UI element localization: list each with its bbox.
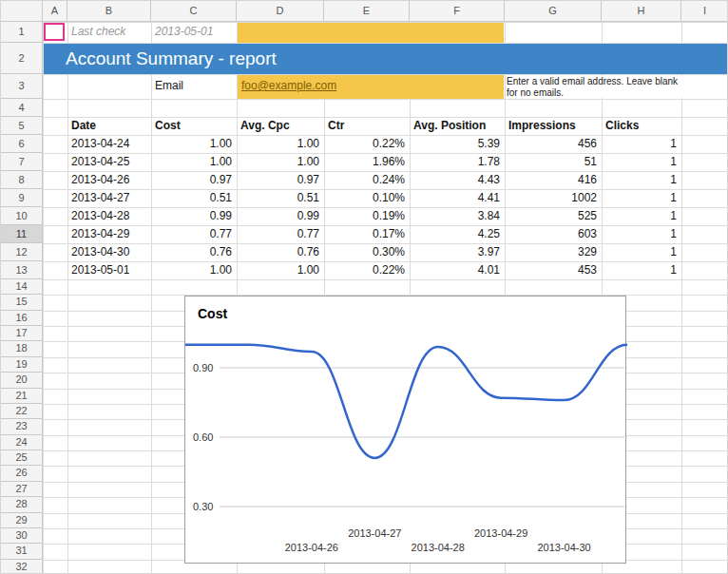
cell[interactable]: 1.78 <box>410 153 505 171</box>
cell[interactable]: 0.51 <box>151 189 237 207</box>
row-header-22[interactable]: 22 <box>1 404 43 419</box>
row-header-3[interactable]: 3 <box>1 74 43 99</box>
highlighted-range-row1[interactable] <box>238 23 504 43</box>
cell[interactable]: 1.96% <box>324 153 410 171</box>
cell[interactable]: 1 <box>602 189 681 207</box>
cell[interactable]: 1.00 <box>237 153 324 171</box>
row-header-25[interactable]: 25 <box>1 450 43 466</box>
row-header-8[interactable]: 8 <box>1 171 43 189</box>
cell[interactable]: 2013-04-24 <box>67 135 151 153</box>
table-header-cell[interactable]: Date <box>67 117 151 135</box>
row-header-23[interactable]: 23 <box>1 419 43 434</box>
row-header-11[interactable]: 11 <box>1 225 43 243</box>
row-header-26[interactable]: 26 <box>1 466 43 481</box>
cell[interactable]: 2013-04-28 <box>67 207 151 225</box>
cell[interactable]: 0.30% <box>324 243 410 261</box>
cell[interactable]: 0.97 <box>151 171 237 189</box>
column-header-B[interactable]: B <box>67 1 151 22</box>
cell[interactable]: 1 <box>602 207 681 225</box>
column-header-C[interactable]: C <box>151 1 237 22</box>
cell[interactable]: 0.77 <box>237 225 324 243</box>
cell[interactable]: 0.24% <box>324 171 410 189</box>
cell[interactable]: 1.00 <box>151 261 237 279</box>
cell[interactable]: 0.19% <box>324 207 410 225</box>
cell[interactable]: 0.77 <box>151 225 237 243</box>
cell[interactable]: 2013-04-29 <box>67 225 151 243</box>
row-header-6[interactable]: 6 <box>1 135 43 153</box>
row-header-13[interactable]: 13 <box>1 261 43 279</box>
row-header-16[interactable]: 16 <box>1 311 43 326</box>
row-header-17[interactable]: 17 <box>1 326 43 341</box>
cell[interactable]: 51 <box>505 153 602 171</box>
cell[interactable]: 329 <box>505 243 602 261</box>
row-header-10[interactable]: 10 <box>1 207 43 225</box>
cell[interactable]: 525 <box>505 207 602 225</box>
row-header-24[interactable]: 24 <box>1 435 43 450</box>
cell[interactable]: 0.76 <box>237 243 324 261</box>
cell[interactable]: 0.97 <box>237 171 324 189</box>
row-header-31[interactable]: 31 <box>1 544 43 559</box>
row-header-4[interactable]: 4 <box>1 99 43 117</box>
column-header-E[interactable]: E <box>324 1 410 22</box>
cell[interactable]: 1.00 <box>237 135 324 153</box>
table-header-cell[interactable]: Ctr <box>324 117 410 135</box>
cell[interactable]: 0.99 <box>237 207 324 225</box>
cell[interactable]: 603 <box>505 225 602 243</box>
cell[interactable]: 0.10% <box>324 189 410 207</box>
select-all-corner[interactable] <box>1 1 43 22</box>
cell[interactable]: 0.17% <box>324 225 410 243</box>
row-header-30[interactable]: 30 <box>1 528 43 544</box>
cell[interactable]: 4.43 <box>410 171 505 189</box>
row-header-18[interactable]: 18 <box>1 341 43 356</box>
cell[interactable]: 2013-04-25 <box>67 153 151 171</box>
cell[interactable]: 2013-04-26 <box>67 171 151 189</box>
cell[interactable]: 1.00 <box>151 153 237 171</box>
cell[interactable]: 0.51 <box>237 189 324 207</box>
row-header-12[interactable]: 12 <box>1 243 43 261</box>
cell[interactable]: 1 <box>602 261 681 279</box>
cell[interactable]: 1 <box>602 243 681 261</box>
email-label[interactable]: Email <box>151 74 237 99</box>
cell[interactable]: 1.00 <box>237 261 324 279</box>
cell[interactable]: 1 <box>602 135 681 153</box>
row-header-5[interactable]: 5 <box>1 117 43 135</box>
cell[interactable]: 3.84 <box>410 207 505 225</box>
table-header-cell[interactable]: Cost <box>151 117 237 135</box>
row-header-19[interactable]: 19 <box>1 357 43 373</box>
cell[interactable]: 2013-04-27 <box>67 189 151 207</box>
row-header-2[interactable]: 2 <box>1 43 43 74</box>
cell[interactable]: 0.22% <box>324 135 410 153</box>
cell[interactable]: 4.01 <box>410 261 505 279</box>
cell[interactable]: 456 <box>505 135 602 153</box>
email-address-link[interactable]: foo@example.com <box>237 74 505 99</box>
report-title-banner[interactable]: Account Summary - report <box>44 44 728 74</box>
last-check-value[interactable]: 2013-05-01 <box>151 22 237 43</box>
column-header-I[interactable]: I <box>681 1 728 22</box>
row-header-32[interactable]: 32 <box>1 560 43 574</box>
column-header-F[interactable]: F <box>410 1 505 22</box>
cell[interactable]: 3.97 <box>410 243 505 261</box>
table-header-cell[interactable]: Clicks <box>602 117 681 135</box>
cell[interactable]: 1.00 <box>151 135 237 153</box>
cell[interactable]: 0.22% <box>324 261 410 279</box>
cell[interactable]: 2013-05-01 <box>67 261 151 279</box>
cell[interactable]: 1 <box>602 153 681 171</box>
row-header-7[interactable]: 7 <box>1 153 43 171</box>
cell[interactable]: 1002 <box>505 189 602 207</box>
row-header-15[interactable]: 15 <box>1 295 43 310</box>
row-header-1[interactable]: 1 <box>1 22 43 43</box>
cell[interactable]: 1 <box>602 171 681 189</box>
row-header-14[interactable]: 14 <box>1 279 43 295</box>
cell[interactable]: 5.39 <box>410 135 505 153</box>
cell[interactable]: 4.41 <box>410 189 505 207</box>
last-check-label[interactable]: Last check <box>67 22 151 43</box>
cell[interactable]: 1 <box>602 225 681 243</box>
cell[interactable]: 4.25 <box>410 225 505 243</box>
cell[interactable]: 0.76 <box>151 243 237 261</box>
row-header-28[interactable]: 28 <box>1 497 43 512</box>
row-header-9[interactable]: 9 <box>1 189 43 207</box>
row-header-21[interactable]: 21 <box>1 389 43 404</box>
row-header-20[interactable]: 20 <box>1 373 43 388</box>
cell[interactable]: 0.99 <box>151 207 237 225</box>
table-header-cell[interactable]: Impressions <box>505 117 602 135</box>
